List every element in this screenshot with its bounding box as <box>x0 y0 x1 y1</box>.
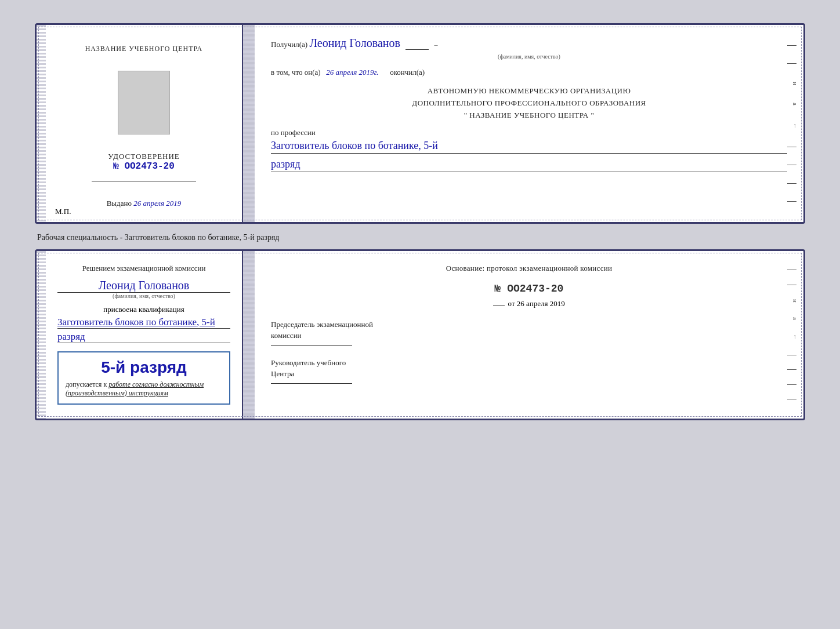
stamp-box: 5-й разряд допускается к работе согласно… <box>57 351 230 405</box>
person-name-qual: Леонид Голованов <box>57 279 230 293</box>
left-border-pattern <box>37 25 46 222</box>
chairman-label: Председатель экзаменационной комиссии <box>271 319 787 346</box>
speciality-label: Рабочая специальность - Заготовитель бло… <box>35 233 805 242</box>
protocol-number: № OO2473-20 <box>271 283 787 294</box>
osnovanie-title: Основание: протокол экзаменационной коми… <box>271 263 787 275</box>
right-decorative-lines-2: и а ← <box>787 251 799 419</box>
ruk-label: Руководитель учебного Центра <box>271 357 787 384</box>
ot-date-row: от 26 апреля 2019 <box>271 299 787 308</box>
certificate-card: НАЗВАНИЕ УЧЕБНОГО ЦЕНТРА УДОСТОВЕРЕНИЕ №… <box>35 23 805 224</box>
vtom-text: в том, что он(а) <box>271 68 321 77</box>
right-decorative-lines: и а ← <box>787 25 799 222</box>
vtom-row: в том, что он(а) 26 апреля 2019г. окончи… <box>271 68 787 77</box>
cert-number-left: № OO2473-20 <box>113 161 175 172</box>
poluchil-prefix: Получил(а) <box>271 40 307 49</box>
rabote-italic: работе согласно должностным <box>108 380 204 388</box>
ruk-sign-line <box>271 383 352 384</box>
fio-label-qual: (фамилия, имя, отчество) <box>57 293 230 299</box>
vydano-row: Выдано 26 апреля 2019 <box>107 199 182 208</box>
auto-block: АВТОНОМНУЮ НЕКОММЕРЧЕСКУЮ ОРГАНИЗАЦИЮ ДО… <box>271 85 787 121</box>
razryad-cert: разряд <box>271 158 787 172</box>
chairman-sign-line <box>271 345 352 346</box>
resheniyem-title: Решением экзаменационной комиссии <box>57 263 230 274</box>
dopuskaetsya-text: допускается к работе согласно должностны… <box>66 380 222 398</box>
ot-date-value: 26 апреля 2019 <box>517 299 565 308</box>
mp-label: М.П. <box>55 207 71 216</box>
instruktsiyam-text: (производственным) инструкциям <box>66 389 168 397</box>
photo-placeholder <box>118 71 170 134</box>
profession-name-cert: Заготовитель блоков по ботанике, 5-й <box>271 140 787 154</box>
qual-right-panel: Основание: протокол экзаменационной коми… <box>255 251 803 419</box>
page-wrapper: НАЗВАНИЕ УЧЕБНОГО ЦЕНТРА УДОСТОВЕРЕНИЕ №… <box>12 12 828 441</box>
left-border-pattern-2 <box>37 251 46 419</box>
razryad-qual: разряд <box>57 331 230 343</box>
po-professii-label: по профессии <box>271 128 787 137</box>
cert-date-value: 26 апреля 2019г. <box>326 68 378 77</box>
person-name-cert: Леонид Голованов <box>309 37 400 49</box>
prisvoyena-label: присвоена квалификация <box>57 305 230 314</box>
cert-right-panel: Получил(а) Леонид Голованов – (фамилия, … <box>255 25 803 222</box>
poluchil-row: Получил(а) Леонид Голованов – <box>271 37 787 50</box>
profession-name-qual: Заготовитель блоков по ботанике, 5-й <box>57 317 230 329</box>
qualification-card: Решением экзаменационной комиссии Леонид… <box>35 249 805 420</box>
vydano-label: Выдано <box>107 199 132 208</box>
fio-label-cert: (фамилия, имя, отчество) <box>271 53 787 60</box>
cert-left-panel: НАЗВАНИЕ УЧЕБНОГО ЦЕНТРА УДОСТОВЕРЕНИЕ №… <box>46 25 243 222</box>
spine-divider <box>243 25 255 222</box>
udostoverenie-label: УДОСТОВЕРЕНИЕ <box>108 152 180 161</box>
ot-label: от <box>508 299 515 308</box>
vydano-date: 26 апреля 2019 <box>133 199 181 208</box>
qual-left-panel: Решением экзаменационной комиссии Леонид… <box>46 251 243 419</box>
stamp-razryad-text: 5-й разряд <box>66 358 222 377</box>
spine-divider-2 <box>243 251 255 419</box>
okonchil-suffix: окончил(а) <box>390 68 425 77</box>
school-name-left: НАЗВАНИЕ УЧЕБНОГО ЦЕНТРА <box>85 45 203 53</box>
